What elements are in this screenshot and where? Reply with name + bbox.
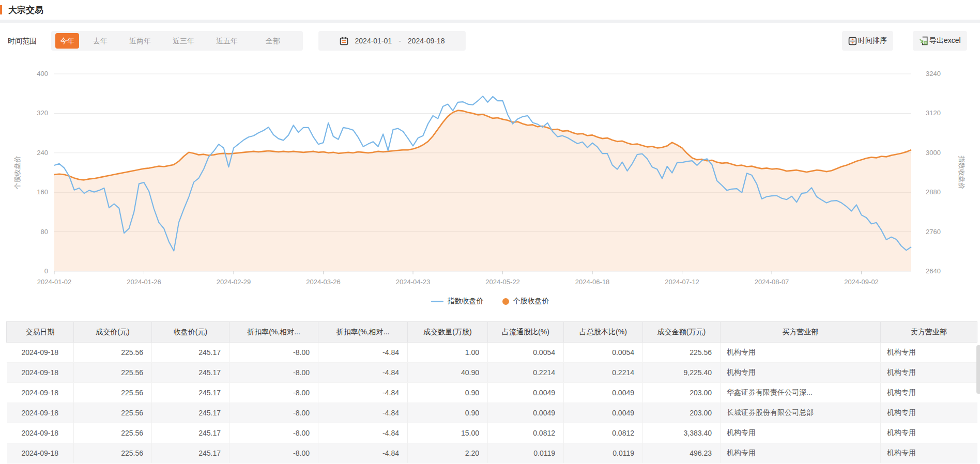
date-range-picker[interactable]: 2024-01-01 - 2024-09-18 — [318, 31, 466, 51]
table-scrollbar[interactable] — [976, 345, 980, 394]
table-cell: -4.84 — [318, 343, 408, 363]
table-row: 2024-09-18225.56245.17-8.00-4.841.000.00… — [7, 343, 977, 363]
svg-text:3120: 3120 — [926, 109, 941, 117]
svg-text:指数收盘价: 指数收盘价 — [958, 156, 966, 190]
table-cell: 0.0812 — [564, 423, 643, 443]
table-cell: 245.17 — [152, 403, 229, 423]
table-cell: 9,225.40 — [643, 363, 721, 383]
legend-item[interactable]: 指数收盘价 — [431, 297, 484, 306]
table-cell: 机构专用 — [881, 383, 977, 403]
chart-legend: 指数收盘价个股收盘价 — [0, 296, 980, 306]
table-cell: 225.56 — [643, 343, 721, 363]
toolbar: 时间范围 今年去年近两年近三年近五年全部 2024-01-01 - 2024-0… — [0, 23, 980, 57]
table-cell: 机构专用 — [881, 403, 977, 423]
legend-label: 个股收盘价 — [513, 297, 549, 306]
table-cell: 机构专用 — [881, 363, 977, 383]
svg-text:2024-09-02: 2024-09-02 — [844, 278, 879, 286]
table-cell: 2024-09-18 — [7, 343, 74, 363]
time-range-option[interactable]: 近五年 — [205, 31, 249, 51]
table-cell: 225.56 — [74, 343, 152, 363]
table-cell: 0.0054 — [564, 343, 643, 363]
legend-dot-marker — [502, 298, 509, 305]
time-range-option[interactable]: 去年 — [82, 31, 118, 51]
table-cell: 0.0812 — [488, 423, 564, 443]
column-header: 占流通股比(%) — [488, 322, 564, 343]
svg-text:2024-03-26: 2024-03-26 — [306, 278, 341, 286]
excel-icon — [919, 36, 928, 45]
table-cell: 245.17 — [152, 443, 229, 463]
price-chart: 4003240320312024030001602880802760026402… — [0, 57, 980, 289]
time-range-option[interactable]: 近两年 — [118, 31, 162, 51]
table-cell: 225.56 — [74, 403, 152, 423]
table-cell: 长城证券股份有限公司总部 — [721, 403, 881, 423]
table-cell: -4.84 — [318, 383, 408, 403]
svg-text:2024-01-02: 2024-01-02 — [37, 278, 72, 286]
column-header: 收盘价(元) — [152, 322, 229, 343]
date-start[interactable]: 2024-01-01 — [355, 37, 392, 45]
svg-text:2024-06-18: 2024-06-18 — [575, 278, 610, 286]
table-cell: 203.00 — [643, 403, 721, 423]
time-range-option[interactable]: 今年 — [55, 33, 79, 49]
sort-icon — [848, 37, 857, 45]
svg-text:2024-01-26: 2024-01-26 — [127, 278, 161, 286]
table-row: 2024-09-18225.56245.17-8.00-4.8415.000.0… — [7, 423, 977, 443]
time-range-option[interactable]: 近三年 — [162, 31, 205, 51]
column-header: 交易日期 — [7, 322, 74, 343]
legend-line-marker — [431, 301, 443, 302]
table-cell: 机构专用 — [881, 343, 977, 363]
table-cell: 2.20 — [408, 443, 488, 463]
svg-text:240: 240 — [37, 149, 48, 157]
table-cell: 40.90 — [408, 363, 488, 383]
column-header: 成交金额(万元) — [643, 322, 721, 343]
svg-text:0: 0 — [44, 267, 48, 275]
time-sort-button[interactable]: 时间排序 — [842, 31, 893, 51]
calendar-icon — [340, 37, 348, 45]
table-cell: 机构专用 — [881, 423, 977, 443]
column-header: 卖方营业部 — [881, 322, 977, 343]
column-header: 折扣率(%,相对... — [318, 322, 408, 343]
table-cell: -4.84 — [318, 443, 408, 463]
page-header: 大宗交易 — [0, 0, 980, 20]
table-cell: 496.23 — [643, 443, 721, 463]
table-cell: 15.00 — [408, 423, 488, 443]
date-separator: - — [399, 37, 401, 45]
table-cell: 245.17 — [152, 363, 229, 383]
table-cell: 0.2214 — [564, 363, 643, 383]
table-cell: 3,383.40 — [643, 423, 721, 443]
svg-text:3000: 3000 — [926, 149, 941, 157]
svg-text:2880: 2880 — [926, 188, 941, 196]
svg-text:80: 80 — [41, 228, 48, 236]
table-cell: 0.90 — [408, 383, 488, 403]
page-title: 大宗交易 — [8, 4, 43, 16]
date-end[interactable]: 2024-09-18 — [408, 37, 445, 45]
time-range-option[interactable]: 全部 — [255, 31, 291, 51]
table-cell: 225.56 — [74, 423, 152, 443]
table-cell: 0.0049 — [488, 383, 564, 403]
svg-text:2024-07-12: 2024-07-12 — [665, 278, 699, 286]
table-cell: 2024-09-18 — [7, 423, 74, 443]
table-cell: -4.84 — [318, 403, 408, 423]
title-accent-bar — [0, 5, 2, 14]
column-header: 占总股本比(%) — [564, 322, 643, 343]
svg-text:160: 160 — [37, 188, 48, 196]
table-cell: 机构专用 — [721, 443, 881, 463]
table-cell: 0.0049 — [564, 403, 643, 423]
svg-text:2024-02-29: 2024-02-29 — [217, 278, 251, 286]
table-cell: -4.84 — [318, 363, 408, 383]
table-cell: -8.00 — [229, 343, 318, 363]
svg-text:个股收盘价: 个股收盘价 — [13, 156, 21, 190]
export-excel-button[interactable]: 导出excel — [913, 31, 967, 51]
table-cell: 225.56 — [74, 363, 152, 383]
table-cell: -8.00 — [229, 383, 318, 403]
table-row: 2024-09-18225.56245.17-8.00-4.842.200.01… — [7, 443, 977, 463]
time-range-group: 今年去年近两年近三年近五年全部 — [51, 31, 303, 51]
svg-text:3240: 3240 — [926, 70, 941, 78]
table-cell: 0.90 — [408, 403, 488, 423]
table-cell: 机构专用 — [721, 363, 881, 383]
svg-text:400: 400 — [37, 70, 48, 78]
svg-text:2024-05-22: 2024-05-22 — [485, 278, 520, 286]
table-row: 2024-09-18225.56245.17-8.00-4.840.900.00… — [7, 403, 977, 423]
legend-item[interactable]: 个股收盘价 — [502, 297, 549, 306]
table-cell: 0.0119 — [488, 443, 564, 463]
table-cell: 0.0119 — [564, 443, 643, 463]
